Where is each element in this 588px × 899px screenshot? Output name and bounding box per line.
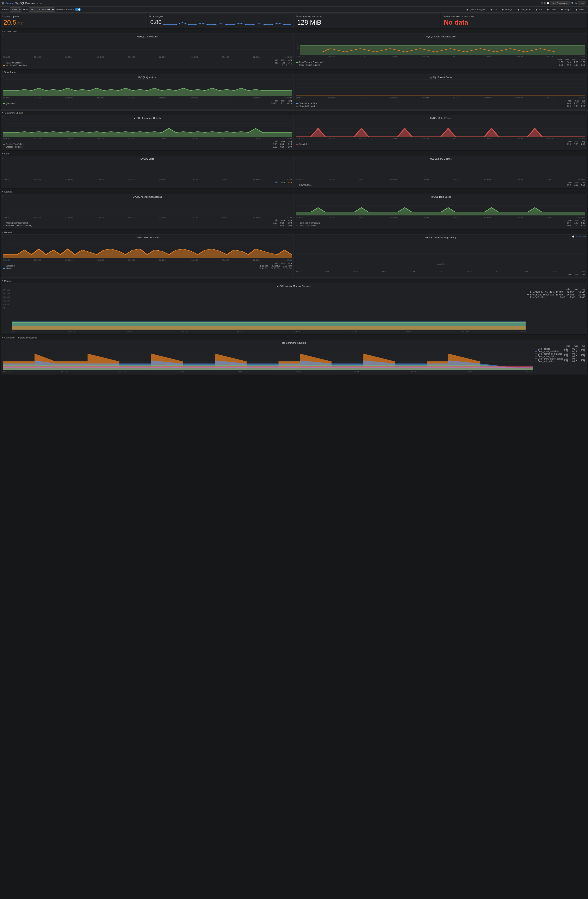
tab-pmm[interactable]: ⬢ PMM <box>573 8 586 12</box>
info-icon[interactable]: ℹ <box>296 157 296 159</box>
info-icon-qps[interactable]: ℹ <box>149 15 150 17</box>
top-commands-chart <box>3 345 533 370</box>
legend-table-locks-waited: Table Locks Waited 0.000.000.00 <box>296 224 585 227</box>
questions-chart <box>3 79 292 96</box>
panel-thread-cache: ℹ MySQL Thread Cache 22:40:3022:41:0022:… <box>295 74 587 110</box>
panel-aborted-connections: ℹ MySQL Aborted Connections 22:40:3022:4… <box>1 194 294 229</box>
section-memory[interactable]: ▾ Memory <box>0 278 588 283</box>
info-icon[interactable]: ℹ <box>296 34 296 37</box>
interval-select[interactable]: auto <box>10 8 22 12</box>
toolbar: Interval auto Host 16.32.15.115:9104 PMM… <box>0 7 588 12</box>
info-icon[interactable]: ℹ <box>296 116 296 118</box>
svg-marker-16 <box>3 88 292 96</box>
thread-cache-chart <box>296 79 585 96</box>
grid-icon[interactable]: ⊞ <box>2 2 4 5</box>
aborted-panels: ℹ MySQL Aborted Connections 22:40:3022:4… <box>0 194 588 230</box>
info-icon[interactable]: ℹ <box>2 235 3 238</box>
legend-outbound: Outbound 1.25 kb/s4.22 kb/s2.71 kb/s <box>3 265 292 267</box>
hourly-legend: minmaxavg <box>296 273 585 275</box>
stat-card-uptime: ℹ MySQL Uptime 20.5 min <box>1 14 147 28</box>
clock-icon[interactable]: 🕐 <box>547 2 549 4</box>
legend-slow-queries: Slow Queries 0.000.000.00 <box>296 184 585 186</box>
table-locks-chart <box>296 199 585 215</box>
legend-com-show-slave-status: Com_show_slave_status 0.070.070.07 <box>535 357 585 360</box>
chevron-down-icon: ▾ <box>2 111 3 114</box>
section-network[interactable]: ▾ Network <box>0 230 588 235</box>
legend-com-select: Com_select 0.130.270.20 <box>535 348 585 350</box>
slow-queries-chart <box>296 161 585 178</box>
legend-max-used-connections: Max Used Connections 222 <box>3 64 292 66</box>
tab-cloud[interactable]: ⬢ Cloud <box>545 8 558 12</box>
legend-threads-created: Threads Created 0.000.000.00 <box>296 105 585 107</box>
section-connections[interactable]: ▾ Connections <box>0 29 588 34</box>
time-range-button[interactable]: Last 5 minutes ▾ <box>550 1 570 5</box>
stats-row: ℹ MySQL Uptime 20.5 min ℹ Current QPS 0.… <box>0 12 588 29</box>
toggle-track[interactable] <box>75 8 81 11</box>
tab-ha[interactable]: ⬢ HA <box>534 8 544 12</box>
topbar: ⊞ General / MySQL Overview ☆ ⎋ ⬡ ⚙ 🕐 Las… <box>0 0 588 7</box>
temporary-objects-panels: ℹ MySQL Temporary Objects 22:40:3022:41:… <box>0 115 588 151</box>
legend-select-scan: Select Scan 0.200.600.40 <box>296 143 585 145</box>
refresh-button[interactable]: 1m ▾ <box>578 1 586 5</box>
memory-xaxis: 22:41:0022:41:3022:42:0022:42:3022:43:00… <box>12 331 526 332</box>
section-aborted[interactable]: ▾ Aborted <box>0 189 588 194</box>
panel-memory-overview: ℹ MySQL Internal Memory Overview 47.7 Mi… <box>1 283 587 334</box>
network-traffic-chart <box>3 239 292 258</box>
info-icon[interactable]: ℹ <box>296 235 296 238</box>
info-icon[interactable]: ℹ <box>2 195 3 197</box>
tab-mongodb[interactable]: ⬢ MongoDB <box>515 8 533 12</box>
panel-mysql-connections: ℹ MySQL Connections 22:40:3022:41:0022:4… <box>1 34 294 69</box>
legend-innodb-log: InnoDB Log Buffer Size 16 MiB16 MiB16 Mi… <box>527 293 585 296</box>
info-icon[interactable]: ℹ <box>296 195 296 197</box>
host-select[interactable]: 16.32.15.115:9104 <box>29 8 55 12</box>
panel-mysql-questions: ℹ MySQL Questions 22:40:3022:41:0022:41:… <box>1 74 294 110</box>
info-icon[interactable]: ℹ <box>2 116 3 118</box>
nav-tabs: ⬢ Query Analytics ⬢ OS ⬢ MySQL ⬢ MongoDB… <box>464 8 586 12</box>
panel-slow-queries: ℹ MySQL Slow Queries 22:40:3022:41:0022:… <box>295 156 587 188</box>
panel-table-locks: ℹ MySQL Table Locks 22:40:3022:41:0022:4… <box>295 194 587 229</box>
info-icon[interactable]: ℹ <box>2 157 3 159</box>
legend-table-locks-immediate: Table Locks Immediate 0.070.200.13 <box>296 222 585 224</box>
zoom-out-icon[interactable]: 🔍 <box>571 2 574 5</box>
sorts-chart <box>3 161 292 178</box>
info-icon-uptime[interactable]: ℹ <box>2 15 3 17</box>
share-icon[interactable]: ⎋ <box>40 2 42 5</box>
no-data-label: No data <box>296 259 585 270</box>
tab-os[interactable]: ⬢ OS <box>488 8 499 12</box>
info-icon[interactable]: ℹ <box>2 34 3 37</box>
thread-activity-legend: minmaxavgcurrent Peak Threads Connected … <box>296 59 585 66</box>
pmm-annotations-toggle[interactable]: PMM Annotations <box>56 8 81 11</box>
info-icon-buffer-ram[interactable]: ℹ <box>443 15 443 17</box>
commands-xaxis: 22:41:0022:41:3022:42:0022:42:3022:43:00… <box>3 371 533 372</box>
chevron-down-icon: ▾ <box>2 30 3 32</box>
info-icon[interactable]: ℹ <box>2 75 3 77</box>
host-group: Host 16.32.15.115:9104 <box>23 8 55 12</box>
thread-activity-xaxis: 22:40:3022:41:0022:41:3022:42:0022:42:30… <box>296 56 585 58</box>
connections-legend: minmaxavg Max Connections 151151151 Max … <box>3 59 292 66</box>
commands-legend: minmaxavg Com_select 0.130.270.20 Com_sh… <box>535 345 585 372</box>
memory-chart <box>12 309 526 330</box>
info-icon[interactable]: ℹ <box>1 1 2 3</box>
panel-network-usage-hourly: ℹ MySQL Network Usage Hourly 🕐 Last 24 h… <box>295 235 587 278</box>
thread-cache-legend: minmaxavg Thread Cache Size 9.009.009.00… <box>296 100 585 107</box>
info-icon-innodb[interactable]: ℹ <box>296 15 297 17</box>
section-sorts[interactable]: ▾ Sorts <box>0 151 588 156</box>
legend-thread-cache-size: Thread Cache Size 9.009.009.00 <box>296 102 585 105</box>
legend-aborted-connects: Aborted Connects (attempts) 0.000.000.00 <box>3 224 292 227</box>
tab-query-analytics[interactable]: ⬢ Query Analytics <box>464 8 488 12</box>
select-types-chart <box>296 120 585 137</box>
star-icon[interactable]: ☆ <box>37 2 39 5</box>
zoom-in-icon[interactable]: ⊕ <box>575 2 577 5</box>
table-locks-panels: ℹ MySQL Questions 22:40:3022:41:0022:41:… <box>0 74 588 110</box>
section-temporary-objects[interactable]: ▾ Temporary Objects <box>0 110 588 115</box>
settings-icon[interactable]: ⚙ <box>544 2 546 5</box>
section-command-handlers[interactable]: ▾ Command, Handlers, Processes <box>0 335 588 340</box>
sorts-legend: minmaxavg <box>3 181 292 184</box>
section-table-locks[interactable]: ▾ Table Locks <box>0 70 588 74</box>
thread-cache-xaxis: 22:40:3022:41:0022:41:3022:42:0022:42:30… <box>296 97 585 99</box>
aborted-connections-xaxis: 22:40:3022:41:0022:41:3022:42:0022:42:30… <box>3 216 292 218</box>
tab-insight[interactable]: ⬢ Insight <box>559 8 573 12</box>
tab-mysql[interactable]: ⬢ MySQL <box>500 8 515 12</box>
chart-icon[interactable]: ⬡ <box>541 2 543 5</box>
info-icon[interactable]: ℹ <box>296 75 296 77</box>
